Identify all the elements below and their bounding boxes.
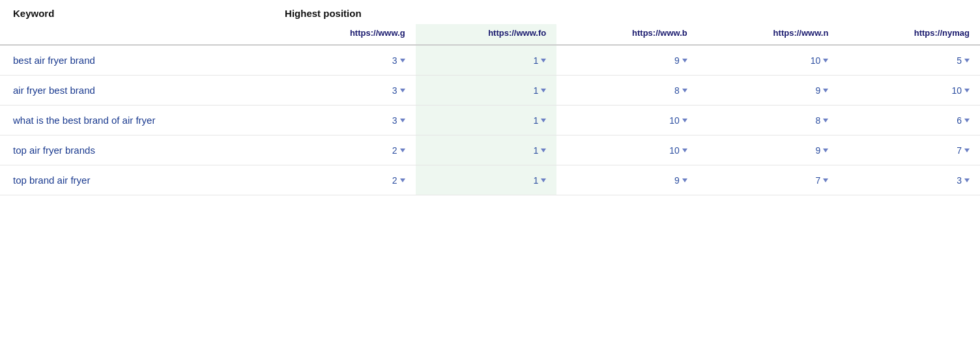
position-value: 5	[957, 55, 962, 66]
value-cell-r2-c0[interactable]: 3	[274, 106, 416, 135]
main-header-row: Keyword Highest position	[0, 0, 980, 24]
position-value: 2	[392, 175, 397, 186]
position-value: 1	[533, 145, 538, 156]
position-value: 8	[674, 85, 680, 96]
value-cell-r1-c3[interactable]: 9	[698, 76, 839, 106]
keyword-cell[interactable]: top brand air fryer	[0, 165, 274, 195]
down-arrow-icon	[682, 59, 687, 63]
value-cell-r4-c0[interactable]: 2	[274, 165, 416, 195]
value-with-arrow: 10	[811, 55, 829, 66]
position-value: 10	[811, 55, 821, 66]
keyword-cell[interactable]: what is the best brand of air fryer	[0, 106, 274, 135]
down-arrow-icon	[541, 119, 546, 122]
highest-position-header: Highest position	[274, 0, 980, 24]
down-arrow-icon	[400, 89, 405, 92]
down-arrow-icon	[823, 89, 828, 92]
position-value: 9	[816, 85, 821, 96]
down-arrow-icon	[823, 178, 828, 182]
down-arrow-icon	[400, 149, 405, 152]
value-cell-r2-c4[interactable]: 6	[839, 106, 980, 135]
down-arrow-icon	[400, 178, 405, 182]
position-value: 9	[674, 175, 680, 186]
value-cell-r4-c2[interactable]: 9	[556, 165, 698, 195]
keyword-cell[interactable]: best air fryer brand	[0, 45, 274, 76]
value-cell-r3-c0[interactable]: 2	[274, 135, 416, 165]
down-arrow-icon	[400, 59, 405, 63]
value-with-arrow: 2	[392, 145, 405, 156]
value-cell-r0-c1[interactable]: 1	[416, 45, 557, 76]
value-with-arrow: 7	[957, 145, 970, 156]
down-arrow-icon	[823, 149, 828, 152]
table-row: what is the best brand of air fryer31108…	[0, 106, 980, 135]
keyword-cell[interactable]: air fryer best brand	[0, 76, 274, 106]
position-value: 7	[957, 145, 962, 156]
down-arrow-icon	[964, 178, 970, 182]
value-cell-r3-c3[interactable]: 9	[698, 135, 839, 165]
value-with-arrow: 9	[674, 175, 687, 186]
value-cell-r4-c3[interactable]: 7	[698, 165, 839, 195]
value-cell-r4-c4[interactable]: 3	[839, 165, 980, 195]
down-arrow-icon	[823, 119, 828, 122]
value-cell-r0-c3[interactable]: 10	[698, 45, 839, 76]
down-arrow-icon	[964, 59, 970, 63]
position-value: 1	[533, 115, 538, 126]
value-with-arrow: 8	[816, 115, 829, 126]
position-value: 3	[392, 85, 397, 96]
value-with-arrow: 1	[533, 175, 546, 186]
value-with-arrow: 9	[816, 145, 829, 156]
down-arrow-icon	[400, 119, 405, 122]
value-with-arrow: 1	[533, 55, 546, 66]
url-col-header-3[interactable]: https://www.b	[556, 24, 698, 45]
value-with-arrow: 5	[957, 55, 970, 66]
value-cell-r3-c4[interactable]: 7	[839, 135, 980, 165]
position-value: 1	[533, 55, 538, 66]
value-with-arrow: 1	[533, 145, 546, 156]
value-with-arrow: 1	[533, 85, 546, 96]
value-cell-r2-c3[interactable]: 8	[698, 106, 839, 135]
url-col-header-1[interactable]: https://www.g	[274, 24, 416, 45]
value-with-arrow: 3	[392, 55, 405, 66]
value-cell-r1-c0[interactable]: 3	[274, 76, 416, 106]
value-with-arrow: 2	[392, 175, 405, 186]
down-arrow-icon	[541, 149, 546, 152]
down-arrow-icon	[682, 89, 687, 92]
main-table-container: Keyword Highest position https://www.g h…	[0, 0, 980, 340]
value-with-arrow: 3	[957, 175, 970, 186]
keyword-positions-table: Keyword Highest position https://www.g h…	[0, 0, 980, 195]
value-with-arrow: 9	[674, 55, 687, 66]
value-with-arrow: 3	[392, 85, 405, 96]
position-value: 2	[392, 145, 397, 156]
position-value: 9	[816, 145, 821, 156]
value-cell-r0-c2[interactable]: 9	[556, 45, 698, 76]
keyword-subheader-empty	[0, 24, 274, 45]
value-cell-r1-c2[interactable]: 8	[556, 76, 698, 106]
position-value: 6	[957, 115, 962, 126]
value-with-arrow: 1	[533, 115, 546, 126]
value-cell-r0-c4[interactable]: 5	[839, 45, 980, 76]
value-with-arrow: 10	[669, 145, 687, 156]
value-cell-r4-c1[interactable]: 1	[416, 165, 557, 195]
position-value: 3	[392, 115, 397, 126]
position-value: 10	[669, 145, 680, 156]
down-arrow-icon	[541, 89, 546, 92]
position-value: 7	[816, 175, 821, 186]
url-subheader-row: https://www.g https://www.fo https://www…	[0, 24, 980, 45]
keyword-cell[interactable]: top air fryer brands	[0, 135, 274, 165]
value-cell-r3-c2[interactable]: 10	[556, 135, 698, 165]
keyword-column-header: Keyword	[0, 0, 274, 24]
value-cell-r1-c1[interactable]: 1	[416, 76, 557, 106]
value-cell-r3-c1[interactable]: 1	[416, 135, 557, 165]
position-value: 8	[816, 115, 821, 126]
url-col-header-5[interactable]: https://nymag	[839, 24, 980, 45]
value-with-arrow: 7	[816, 175, 829, 186]
url-col-header-2[interactable]: https://www.fo	[416, 24, 557, 45]
value-cell-r1-c4[interactable]: 10	[839, 76, 980, 106]
value-cell-r0-c0[interactable]: 3	[274, 45, 416, 76]
value-cell-r2-c1[interactable]: 1	[416, 106, 557, 135]
value-cell-r2-c2[interactable]: 10	[556, 106, 698, 135]
value-with-arrow: 9	[816, 85, 829, 96]
position-value: 10	[669, 115, 680, 126]
position-value: 3	[392, 55, 397, 66]
url-col-header-4[interactable]: https://www.n	[698, 24, 839, 45]
position-value: 9	[674, 55, 680, 66]
